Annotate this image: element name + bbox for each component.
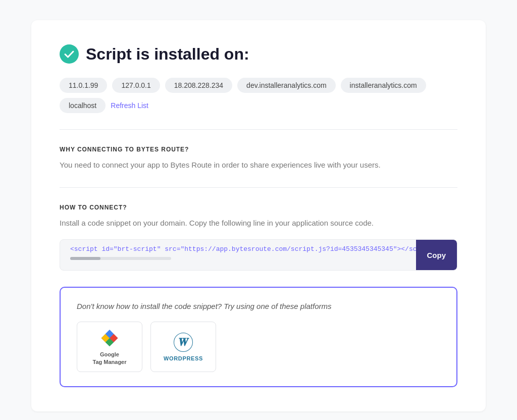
divider-2 <box>60 187 457 188</box>
page-title: Script is installed on: <box>86 45 249 64</box>
how-section-desc: Install a code snippet on your domain. C… <box>60 217 457 229</box>
how-section: HOW TO CONNECT? Install a code snippet o… <box>60 204 457 271</box>
platform-cards: GoogleTag Manager 𝑾 WORDPRESS <box>77 322 440 372</box>
tag-ip1: 11.0.1.99 <box>60 78 107 93</box>
gtm-icon <box>99 328 120 348</box>
wp-label: WORDPRESS <box>164 355 203 361</box>
why-section: WHY CONNECTING TO BYTES ROUTE? You need … <box>60 146 457 171</box>
tags-row: 11.0.1.99 127.0.0.1 18.208.228.234 dev.i… <box>60 78 457 113</box>
tag-localhost: localhost <box>60 98 106 113</box>
gtm-card[interactable]: GoogleTag Manager <box>77 322 142 372</box>
how-section-label: HOW TO CONNECT? <box>60 204 457 211</box>
divider-1 <box>60 129 457 130</box>
svg-point-0 <box>60 44 79 64</box>
gtm-label: GoogleTag Manager <box>92 351 126 365</box>
check-icon <box>60 44 79 64</box>
tag-ip2: 127.0.0.1 <box>112 78 160 93</box>
platform-box: Don't know how to install the code snipp… <box>60 287 457 387</box>
refresh-list-button[interactable]: Refresh List <box>111 101 148 110</box>
why-section-desc: You need to connect your app to Bytes Ro… <box>60 159 457 171</box>
platform-hint: Don't know how to install the code snipp… <box>77 302 440 310</box>
wp-card[interactable]: 𝑾 WORDPRESS <box>150 322 216 372</box>
copy-button[interactable]: Copy <box>416 240 457 270</box>
tag-ip3: 18.208.228.234 <box>165 78 232 93</box>
tag-domain1: dev.installeranalytics.com <box>237 78 335 93</box>
code-block: <script id="brt-script" src="https://app… <box>60 239 457 271</box>
main-container: Script is installed on: 11.0.1.99 127.0.… <box>31 20 486 411</box>
header-row: Script is installed on: <box>60 44 457 64</box>
wordpress-icon: 𝑾 <box>173 332 193 352</box>
tag-domain2: installeranalytics.com <box>341 78 426 93</box>
why-section-label: WHY CONNECTING TO BYTES ROUTE? <box>60 146 457 153</box>
code-scrollbar <box>70 257 171 260</box>
svg-text:𝑾: 𝑾 <box>178 336 189 348</box>
